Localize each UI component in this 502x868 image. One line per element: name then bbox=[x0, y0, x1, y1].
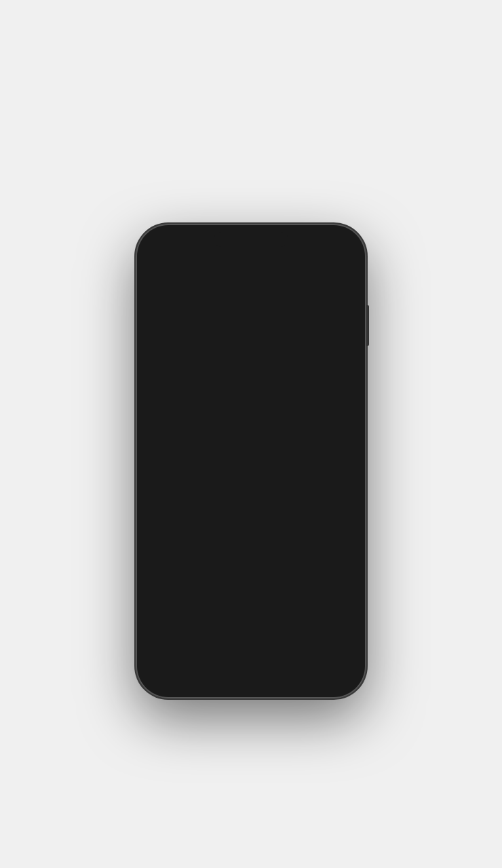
attention-title: Attention, some resultsare not optimal bbox=[163, 302, 339, 329]
svg-point-3 bbox=[322, 662, 326, 666]
transferrin-value-block: 32 % bbox=[317, 491, 339, 519]
tibc-seg-green bbox=[207, 433, 295, 437]
ferritin-unit: ug/l bbox=[317, 629, 339, 636]
tibc-value: 34 bbox=[317, 373, 339, 395]
transferrin-seg-green bbox=[207, 550, 295, 553]
page-title: Iron Profile bbox=[220, 260, 282, 274]
tibc-heart-icon: ♡ bbox=[233, 422, 241, 432]
svg-rect-1 bbox=[252, 658, 256, 663]
attention-row: Test every 6/12 months Attention bbox=[163, 336, 339, 347]
tibc-header: TIBC Total Iron-binding capacity 34 umol… bbox=[163, 374, 339, 403]
transferrin-name: Transferrin Saturation bbox=[163, 491, 262, 502]
transferrin-range-container: ♡ 20 28 45 bbox=[163, 550, 339, 563]
nav-data-sharing[interactable]: Data Sharing bbox=[231, 656, 271, 681]
test-frequency: Test every 6/12 months bbox=[176, 338, 254, 346]
tibc-see-details[interactable]: See details bbox=[163, 452, 339, 464]
nav-data-sharing-label: Data Sharing bbox=[233, 674, 269, 681]
transferrin-see-details-link[interactable]: See details bbox=[303, 571, 339, 579]
transferrin-heart-icon: ♡ bbox=[248, 539, 255, 549]
tibc-unit: umol/L bbox=[317, 395, 339, 403]
clock-icon bbox=[163, 337, 172, 347]
transferrin-label-0: 20 bbox=[163, 556, 170, 563]
transferrin-label-1: 28 bbox=[209, 556, 216, 563]
ferritin-name: Ferritin bbox=[163, 608, 195, 618]
tibc-range-container: ♡ 20 28 31 45 bbox=[163, 433, 339, 446]
nav-settings[interactable]: Settings bbox=[303, 656, 344, 681]
attention-badge: Attention bbox=[298, 336, 339, 347]
attention-left: Test every 6/12 months bbox=[163, 337, 254, 347]
nav-home-label: Home bbox=[170, 674, 187, 681]
phone-screen: ← Iron Profile Attention, some resultsar… bbox=[142, 231, 360, 692]
tibc-seg-red-left bbox=[163, 433, 207, 437]
tibc-name-block: TIBC Total Iron-binding capacity bbox=[163, 374, 242, 398]
transferrin-unit: % bbox=[317, 512, 339, 519]
settings-icon bbox=[315, 656, 332, 672]
ferritin-name-block: Ferritin bbox=[163, 608, 195, 618]
attention-card: Attention, some resultsare not optimal T… bbox=[152, 293, 350, 357]
home-icon bbox=[170, 656, 187, 672]
data-sharing-icon bbox=[243, 656, 259, 672]
svg-rect-2 bbox=[246, 665, 250, 669]
transferrin-header: Transferrin Saturation 32 % bbox=[163, 491, 339, 519]
ferritin-card: Ferritin 20 ug/l bbox=[152, 598, 350, 644]
tibc-name: TIBC bbox=[163, 374, 242, 385]
transferrin-value: 32 bbox=[317, 490, 339, 512]
transferrin-see-details[interactable]: See details bbox=[163, 568, 339, 580]
tibc-label-2: 31 bbox=[251, 439, 258, 446]
back-button[interactable]: ← bbox=[153, 260, 166, 275]
transferrin-card: Transferrin Saturation 32 % Optimal ♡ bbox=[152, 481, 350, 590]
transferrin-seg-red-right bbox=[295, 550, 339, 553]
header: ← Iron Profile bbox=[142, 231, 360, 285]
transferrin-label-4: 45 bbox=[332, 556, 339, 563]
transferrin-name-block: Transferrin Saturation bbox=[163, 491, 262, 502]
transferrin-seg-red-left bbox=[163, 550, 207, 553]
tibc-label-4: 45 bbox=[332, 439, 339, 446]
tibc-card: TIBC Total Iron-binding capacity 34 umol… bbox=[152, 365, 350, 473]
tibc-status: Optimal bbox=[163, 407, 199, 418]
nav-settings-label: Settings bbox=[312, 674, 334, 681]
ferritin-value: 20 bbox=[317, 606, 339, 629]
svg-rect-0 bbox=[246, 658, 250, 663]
nav-home[interactable]: Home bbox=[158, 656, 199, 681]
transferrin-range-bar bbox=[163, 550, 339, 553]
tibc-label-0: 20 bbox=[163, 439, 170, 446]
ferritin-header: Ferritin 20 ug/l bbox=[163, 608, 339, 636]
phone-wrapper: ← Iron Profile Attention, some resultsar… bbox=[136, 224, 366, 698]
tibc-range-bar bbox=[163, 433, 339, 437]
transferrin-status: Optimal bbox=[163, 524, 199, 535]
tibc-subtitle: Total Iron-binding capacity bbox=[163, 385, 242, 393]
tibc-range-labels: 20 28 31 45 bbox=[163, 439, 339, 446]
transferrin-range-labels: 20 28 45 bbox=[163, 556, 339, 563]
tibc-value-block: 34 umol/L bbox=[317, 374, 339, 403]
tibc-see-details-link[interactable]: See details bbox=[303, 454, 339, 462]
scroll-area: Attention, some resultsare not optimal T… bbox=[142, 285, 360, 650]
tibc-label-1: 28 bbox=[207, 439, 214, 446]
ferritin-value-block: 20 ug/l bbox=[317, 608, 339, 636]
bottom-nav: Home Data Sharing bbox=[142, 650, 360, 692]
tibc-seg-red-right bbox=[295, 433, 339, 437]
